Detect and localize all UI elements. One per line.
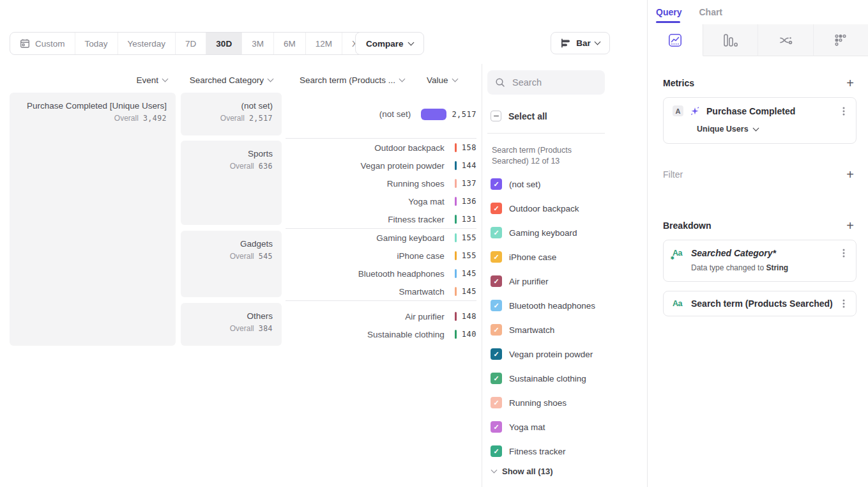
tab-funnels[interactable] xyxy=(703,24,759,56)
metric-letter-badge: A xyxy=(673,105,683,116)
legend-item[interactable]: Smartwatch xyxy=(491,318,595,342)
breakdown-menu-button[interactable] xyxy=(839,248,848,258)
overall-value: 3,492 xyxy=(143,114,167,123)
search-term-label: Smartwatch xyxy=(286,287,445,297)
table-row: Gaming keyboard155 xyxy=(286,229,476,247)
overall-value: 636 xyxy=(259,162,273,171)
column-header-value[interactable]: Value xyxy=(427,72,471,88)
legend-item[interactable]: (not set) xyxy=(491,172,595,196)
metrics-title: Metrics xyxy=(663,78,694,88)
overall-label: Overall xyxy=(230,252,254,261)
tab-retention[interactable] xyxy=(814,24,868,56)
tab-insights[interactable] xyxy=(648,24,703,56)
checkbox-checked[interactable] xyxy=(491,275,502,287)
legend-item[interactable]: Fitness tracker xyxy=(491,439,595,463)
add-breakdown-button[interactable] xyxy=(844,219,857,232)
checkbox-checked[interactable] xyxy=(491,324,502,336)
checkbox-checked[interactable] xyxy=(491,397,502,408)
overall-value: 545 xyxy=(259,252,273,261)
add-filter-button[interactable] xyxy=(844,168,857,181)
value-cell: 145 xyxy=(462,269,476,278)
search-term-label: (not set) xyxy=(286,109,411,119)
table-row: (not set)2,517 xyxy=(286,105,476,123)
legend-item-label: (not set) xyxy=(509,180,541,189)
legend-item[interactable]: Gaming keyboard xyxy=(491,220,595,245)
show-all-button[interactable]: Show all (13) xyxy=(492,467,552,476)
legend-item[interactable]: Sustainable clothing xyxy=(491,366,595,390)
checkbox-indeterminate[interactable] xyxy=(491,111,501,121)
magnifier-icon xyxy=(495,77,505,88)
select-all-row[interactable]: Select all xyxy=(491,111,547,121)
checkbox-checked[interactable] xyxy=(491,445,502,457)
legend-caption: Search term (Products Searched) 12 of 13 xyxy=(492,145,600,166)
value-bar xyxy=(455,287,457,296)
value-cell: 137 xyxy=(462,179,476,188)
column-header-searched-category[interactable]: Searched Category xyxy=(181,72,273,88)
legend-item[interactable]: Yoga mat xyxy=(491,415,595,439)
metric-menu-button[interactable] xyxy=(839,106,848,116)
flows-icon xyxy=(778,33,793,47)
table-row: Yoga mat136 xyxy=(286,192,476,210)
date-range-custom[interactable]: Custom xyxy=(10,33,75,54)
date-range-label: Custom xyxy=(35,39,65,49)
search-term-label: Gaming keyboard xyxy=(286,233,445,243)
checkbox-checked[interactable] xyxy=(491,300,502,311)
table-row: Bluetooth headphones145 xyxy=(286,265,476,282)
checkbox-checked[interactable] xyxy=(491,421,502,433)
overall-label: Overall xyxy=(230,162,254,171)
add-metric-button[interactable] xyxy=(844,77,857,89)
measurement-dropdown[interactable]: Unique Users xyxy=(697,125,848,134)
date-range-7d[interactable]: 7D xyxy=(175,33,206,54)
category-name: Gadgets xyxy=(181,239,273,249)
column-header-label: Search term (Products ... xyxy=(300,75,395,85)
legend-item[interactable]: Air purifier xyxy=(491,269,595,293)
category-name: (not set) xyxy=(181,101,273,111)
funnels-icon xyxy=(722,33,738,47)
insights-icon xyxy=(668,33,682,47)
date-range-label: 7D xyxy=(185,39,196,49)
chart-type-button[interactable]: Bar xyxy=(551,32,610,54)
search-term-label: Bluetooth headphones xyxy=(286,269,445,279)
date-range-30d[interactable]: 30D xyxy=(206,33,241,54)
legend-item[interactable]: Outdoor backpack xyxy=(491,196,595,220)
table-row: Sustainable clothing140 xyxy=(286,325,476,343)
active-tab-underline xyxy=(656,21,680,23)
legend-item[interactable]: iPhone case xyxy=(491,245,595,269)
checkbox-checked[interactable] xyxy=(491,348,502,360)
value-bar xyxy=(455,179,457,188)
search-input[interactable] xyxy=(511,77,590,88)
compare-label: Compare xyxy=(366,39,404,49)
checkbox-checked[interactable] xyxy=(491,203,502,214)
checkbox-checked[interactable] xyxy=(491,178,502,190)
tab-flows[interactable] xyxy=(758,24,814,56)
legend-item-label: Bluetooth headphones xyxy=(509,301,595,311)
tab-query[interactable]: Query xyxy=(656,7,681,17)
search-box[interactable] xyxy=(487,70,605,95)
value-cell: 155 xyxy=(462,233,476,242)
overall-label: Overall xyxy=(230,324,254,333)
term-rows-group: Air purifier148Sustainable clothing140 xyxy=(286,300,476,346)
date-range-6m[interactable]: 6M xyxy=(273,33,305,54)
legend-item[interactable]: Running shoes xyxy=(491,390,595,415)
chart-type-label: Bar xyxy=(576,38,591,48)
compare-button[interactable]: Compare xyxy=(355,32,424,55)
date-range-3m[interactable]: 3M xyxy=(241,33,273,54)
legend-item[interactable]: Bluetooth headphones xyxy=(491,293,595,318)
checkbox-checked[interactable] xyxy=(491,251,502,263)
date-range-label: 12M xyxy=(316,39,332,49)
overall-label: Overall xyxy=(220,114,245,123)
search-term-label: Vegan protein powder xyxy=(286,161,445,171)
metric-card: A Purchase Completed Unique Users xyxy=(663,97,857,144)
legend-item[interactable]: Vegan protein powder xyxy=(491,342,595,366)
checkbox-checked[interactable] xyxy=(491,373,502,384)
term-rows-group: (not set)2,517 xyxy=(286,93,476,135)
checkbox-checked[interactable] xyxy=(491,227,502,238)
tab-chart[interactable]: Chart xyxy=(699,7,722,17)
date-range-12m[interactable]: 12M xyxy=(305,33,342,54)
breakdown-menu-button[interactable] xyxy=(839,298,848,309)
term-rows-group: Gaming keyboard155iPhone case155Bluetoot… xyxy=(286,228,476,300)
column-header-event[interactable]: Event xyxy=(10,72,167,88)
date-range-yesterday[interactable]: Yesterday xyxy=(118,33,176,54)
date-range-today[interactable]: Today xyxy=(75,33,118,54)
column-header-search-term[interactable]: Search term (Products ... xyxy=(286,72,404,88)
